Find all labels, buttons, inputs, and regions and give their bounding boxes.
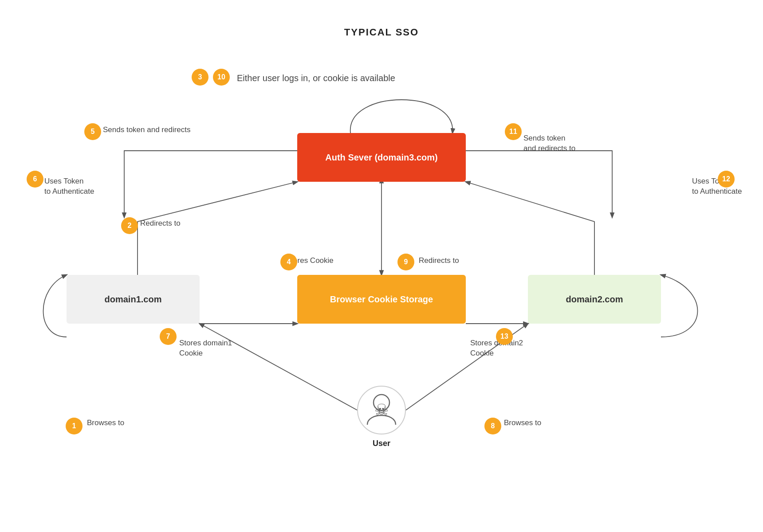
label-step2: Redirects to <box>140 219 181 229</box>
label-step3-10: Either user logs in, or cookie is availa… <box>237 72 395 84</box>
label-step6: Uses Token to Authenticate <box>44 166 94 197</box>
domain1-box: domain1.com <box>67 275 200 324</box>
badge-3: 3 <box>192 69 208 86</box>
label-step11: Sends token and redirects to <box>523 123 575 154</box>
user-icon: ☠ <box>374 402 389 418</box>
badge-4: 4 <box>280 254 297 270</box>
label-step1: Browses to <box>87 418 124 428</box>
auth-server-box: Auth Sever (domain3.com) <box>297 133 466 182</box>
badge-12: 12 <box>718 171 735 188</box>
badge-8: 8 <box>484 418 501 434</box>
page-title: TYPICAL SSO <box>344 27 419 38</box>
badge-11: 11 <box>505 123 522 140</box>
badge-5: 5 <box>84 123 101 140</box>
badge-6: 6 <box>27 171 43 188</box>
label-step7: Stores domain1 Cookie <box>179 328 232 359</box>
label-step12: Uses Token to Authenticate <box>692 166 742 197</box>
badge-9: 9 <box>397 254 414 270</box>
label-step8: Browses to <box>504 418 541 428</box>
badge-7: 7 <box>160 328 177 345</box>
badge-2: 2 <box>121 217 138 234</box>
label-step9: Redirects to <box>419 256 459 266</box>
domain2-box: domain2.com <box>528 275 661 324</box>
label-step5: Sends token and redirects <box>103 125 191 135</box>
auth-server-label: Auth Sever (domain3.com) <box>325 153 437 163</box>
diagram-container: TYPICAL SSO <box>0 0 763 532</box>
cookie-storage-box: Browser Cookie Storage <box>297 275 466 324</box>
badge-13: 13 <box>496 328 513 345</box>
domain1-label: domain1.com <box>105 294 162 305</box>
user-label: User <box>373 439 390 448</box>
badge-10: 10 <box>213 69 230 86</box>
cookie-storage-label: Browser Cookie Storage <box>330 294 433 305</box>
domain2-label: domain2.com <box>566 294 623 305</box>
user-circle: ☠ <box>357 386 406 434</box>
badge-1: 1 <box>66 418 83 434</box>
